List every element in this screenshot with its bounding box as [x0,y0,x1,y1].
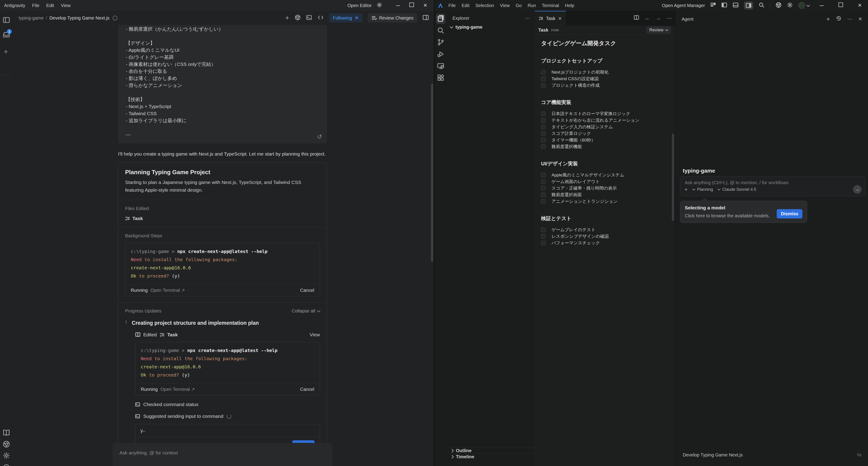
task-row[interactable]: パフォーマンスチェック [541,240,675,246]
menu-terminal[interactable]: Terminal [542,3,559,8]
composer[interactable]: Ask anything, @ for context + Planning C… [113,443,332,466]
menu-selection[interactable]: Selection [475,3,494,8]
settings-gear-icon[interactable] [787,2,793,9]
more-actions-icon[interactable]: ⋯ [525,15,530,21]
task-row[interactable]: レスポンシブデザインの確認 [541,233,675,240]
minimize-button[interactable] [815,2,829,8]
tab-task[interactable]: Task ✕ [535,11,566,25]
checkbox[interactable] [541,193,546,197]
model-popover[interactable]: Selecting a model Click here to browse t… [680,201,807,223]
mode-selector[interactable]: Planning [693,187,713,192]
explorer-icon[interactable] [436,13,445,24]
edited-file-name[interactable]: Task [167,332,178,338]
gear-icon[interactable] [377,2,382,9]
conversation-scroll[interactable]: - 難易度選択（かんたん/ふつう/むずかしい） 【デザイン】 - Apple風の… [13,25,434,466]
agent-input-box[interactable]: Ask anything (Ctrl+L), @ to mention, / f… [680,176,865,196]
search-icon[interactable] [437,27,444,35]
browser-chrome-icon[interactable] [3,441,10,449]
close-panel-icon[interactable]: ✕ [858,16,862,22]
task-row[interactable]: アニメーションとトランジション [541,198,675,205]
task-row[interactable]: ゲームプレイのテスト [541,226,675,233]
layout-sidebar-icon[interactable] [3,17,10,25]
command-input-value[interactable]: y↵ [135,424,320,437]
settings-gear-icon[interactable] [3,452,10,460]
task-row[interactable]: スコア・正確率・残り時間の表示 [541,185,675,191]
minimize-button[interactable] [391,2,405,8]
checkbox[interactable] [541,138,546,143]
checkbox[interactable] [541,241,546,245]
attach-plus-icon[interactable]: + [684,186,688,193]
open-terminal-link[interactable]: Open Terminal ↗ [160,386,195,392]
split-panel-icon[interactable] [423,14,429,22]
task-row[interactable]: 難易度選択機能 [541,143,675,150]
customize-layout-icon[interactable] [710,2,716,9]
checkbox[interactable] [541,125,546,129]
app-menu[interactable]: Antigravity [4,3,25,8]
task-row[interactable]: テキストが右から左に流れるアニメーション [541,117,675,124]
open-agent-manager-button[interactable]: Open Agent Manager [662,3,705,8]
menu-file[interactable]: File [448,3,456,8]
model-selector[interactable]: Claude Sonnet 4.5 [718,187,756,192]
checkbox[interactable] [541,179,546,184]
toggle-right-sidebar-icon[interactable] [744,1,753,9]
task-row[interactable]: 日本語テキストのローマ字変換ロジック [541,111,675,117]
task-row[interactable]: Apple風のミニマルデザインシステム [541,172,675,178]
menu-run[interactable]: Run [528,3,536,8]
open-terminal-link[interactable]: Open Terminal ↗ [151,287,185,293]
scrollbar-thumb[interactable] [431,84,433,261]
split-editor-icon[interactable] [634,15,639,22]
new-plus-icon[interactable]: + [285,14,289,22]
run-debug-icon[interactable] [437,51,444,59]
timeline-section[interactable]: Timeline [447,454,535,460]
cancel-button[interactable]: Cancel [300,387,314,392]
back-arrow-icon[interactable]: ← [645,15,650,21]
docs-book-icon[interactable] [3,429,10,437]
menu-help[interactable]: Help [565,3,574,8]
menu-view[interactable]: View [61,3,71,8]
checkbox[interactable] [541,227,546,232]
task-row[interactable]: Tailwind CSSの設定確認 [541,75,675,82]
checkbox[interactable] [541,234,546,239]
task-row[interactable]: 難易度選択画面 [541,191,675,198]
dismiss-button[interactable]: Dismiss [777,209,802,218]
agent-footer-task-row[interactable]: Develop Typing Game Next.js 0s [683,453,861,458]
checkbox[interactable] [541,118,546,123]
inbox-icon[interactable]: 1 [3,31,10,39]
menu-go[interactable]: Go [516,3,522,8]
menu-view[interactable]: View [500,3,510,8]
remote-explorer-icon[interactable] [437,62,444,70]
review-changes-button[interactable]: Review Changes [368,13,417,23]
collapse-all-button[interactable]: Collapse all [292,308,320,314]
account-avatar[interactable] [798,2,809,9]
following-chip[interactable]: Following ✕ [329,13,362,23]
composer-placeholder[interactable]: Ask anything, @ for context [119,450,326,456]
task-row[interactable]: ゲーム画面のレイアウト [541,178,675,185]
maximize-button[interactable] [405,2,418,8]
task-row[interactable]: プロジェクト構造の作成 [541,82,675,89]
checkbox[interactable] [541,76,546,81]
checkbox[interactable] [541,199,546,204]
task-row[interactable]: タイピング入力の検証システム [541,124,675,130]
menu-edit[interactable]: Edit [46,3,54,8]
checkbox[interactable] [541,186,546,190]
view-button[interactable]: View [310,332,320,338]
new-agent-plus-icon[interactable]: + [4,47,8,56]
open-editor-button[interactable]: Open Editor [347,3,372,8]
forward-arrow-icon[interactable]: → [656,15,661,21]
checkbox[interactable] [541,70,546,74]
outline-section[interactable]: Outline [447,447,535,454]
review-button[interactable]: Review [646,26,671,34]
task-row[interactable]: スコア計算ロジック [541,130,675,137]
close-button[interactable]: ✕ [418,2,432,8]
checkbox[interactable] [541,112,546,116]
task-row[interactable]: タイマー機能（60秒） [541,137,675,143]
new-conversation-plus-icon[interactable]: + [826,15,830,23]
account-icon[interactable] [3,464,10,466]
terminal-icon[interactable] [306,14,312,22]
search-icon[interactable] [758,2,765,9]
task-row[interactable]: Next.jsプロジェクトの初期化 [541,69,675,75]
more-actions-icon[interactable]: ⋯ [667,15,672,21]
following-close-icon[interactable]: ✕ [355,15,359,21]
toggle-left-sidebar-icon[interactable] [721,2,727,9]
maximize-button[interactable] [834,2,847,8]
